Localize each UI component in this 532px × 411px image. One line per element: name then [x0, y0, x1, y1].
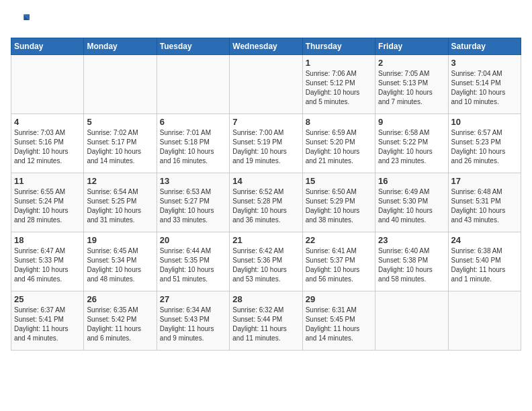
day-number: 15	[306, 176, 372, 186]
day-detail: Sunrise: 7:04 AM Sunset: 5:14 PM Dayligh…	[451, 69, 518, 107]
day-number: 8	[306, 117, 372, 127]
calendar-cell	[11, 55, 84, 114]
calendar-table: SundayMondayTuesdayWednesdayThursdayFrid…	[11, 38, 521, 351]
day-number: 14	[232, 176, 299, 186]
day-detail: Sunrise: 6:55 AM Sunset: 5:24 PM Dayligh…	[14, 187, 81, 225]
weekday-header-wednesday: Wednesday	[230, 38, 302, 55]
day-detail: Sunrise: 7:03 AM Sunset: 5:16 PM Dayligh…	[14, 128, 81, 166]
day-number: 16	[378, 176, 445, 186]
calendar-cell: 14Sunrise: 6:52 AM Sunset: 5:28 PM Dayli…	[230, 173, 302, 232]
day-detail: Sunrise: 6:53 AM Sunset: 5:27 PM Dayligh…	[160, 187, 226, 225]
day-detail: Sunrise: 7:06 AM Sunset: 5:12 PM Dayligh…	[306, 69, 372, 107]
calendar-cell	[157, 55, 229, 114]
calendar-cell	[375, 291, 448, 351]
week-row-2: 4Sunrise: 7:03 AM Sunset: 5:16 PM Daylig…	[11, 114, 521, 173]
day-detail: Sunrise: 6:42 AM Sunset: 5:36 PM Dayligh…	[232, 246, 299, 284]
day-detail: Sunrise: 6:50 AM Sunset: 5:29 PM Dayligh…	[306, 187, 372, 225]
day-number: 29	[306, 294, 372, 304]
week-row-4: 18Sunrise: 6:47 AM Sunset: 5:33 PM Dayli…	[11, 232, 521, 291]
day-number: 3	[451, 58, 518, 68]
calendar-cell: 5Sunrise: 7:02 AM Sunset: 5:17 PM Daylig…	[84, 114, 157, 173]
day-detail: Sunrise: 6:40 AM Sunset: 5:38 PM Dayligh…	[378, 246, 445, 284]
calendar-cell: 28Sunrise: 6:32 AM Sunset: 5:44 PM Dayli…	[230, 291, 302, 351]
day-number: 6	[160, 117, 226, 127]
day-number: 22	[306, 235, 372, 245]
calendar-cell: 7Sunrise: 7:00 AM Sunset: 5:19 PM Daylig…	[230, 114, 302, 173]
calendar-cell: 21Sunrise: 6:42 AM Sunset: 5:36 PM Dayli…	[230, 232, 302, 291]
day-number: 11	[14, 176, 81, 186]
day-number: 23	[378, 235, 445, 245]
day-number: 12	[87, 176, 153, 186]
day-number: 25	[14, 294, 81, 304]
day-detail: Sunrise: 6:59 AM Sunset: 5:20 PM Dayligh…	[306, 128, 372, 166]
calendar-cell: 24Sunrise: 6:38 AM Sunset: 5:40 PM Dayli…	[448, 232, 521, 291]
calendar-cell: 22Sunrise: 6:41 AM Sunset: 5:37 PM Dayli…	[302, 232, 375, 291]
day-detail: Sunrise: 6:38 AM Sunset: 5:40 PM Dayligh…	[451, 246, 518, 284]
calendar-cell	[84, 55, 157, 114]
day-number: 7	[232, 117, 299, 127]
weekday-header-tuesday: Tuesday	[157, 38, 229, 55]
calendar-cell: 17Sunrise: 6:48 AM Sunset: 5:31 PM Dayli…	[448, 173, 521, 232]
calendar-cell: 16Sunrise: 6:49 AM Sunset: 5:30 PM Dayli…	[375, 173, 448, 232]
calendar-cell: 20Sunrise: 6:44 AM Sunset: 5:35 PM Dayli…	[157, 232, 229, 291]
day-number: 26	[87, 294, 153, 304]
day-number: 2	[378, 58, 445, 68]
calendar-cell: 3Sunrise: 7:04 AM Sunset: 5:14 PM Daylig…	[448, 55, 521, 114]
day-number: 21	[232, 235, 299, 245]
day-detail: Sunrise: 6:49 AM Sunset: 5:30 PM Dayligh…	[378, 187, 445, 225]
calendar-cell: 10Sunrise: 6:57 AM Sunset: 5:23 PM Dayli…	[448, 114, 521, 173]
calendar-cell: 9Sunrise: 6:58 AM Sunset: 5:22 PM Daylig…	[375, 114, 448, 173]
calendar-cell: 11Sunrise: 6:55 AM Sunset: 5:24 PM Dayli…	[11, 173, 84, 232]
day-detail: Sunrise: 6:35 AM Sunset: 5:42 PM Dayligh…	[87, 306, 153, 343]
day-detail: Sunrise: 7:01 AM Sunset: 5:18 PM Dayligh…	[160, 128, 226, 166]
day-detail: Sunrise: 6:44 AM Sunset: 5:35 PM Dayligh…	[160, 246, 226, 284]
day-number: 4	[14, 117, 81, 127]
week-row-3: 11Sunrise: 6:55 AM Sunset: 5:24 PM Dayli…	[11, 173, 521, 232]
day-number: 20	[160, 235, 226, 245]
logo	[11, 11, 32, 30]
calendar-cell: 1Sunrise: 7:06 AM Sunset: 5:12 PM Daylig…	[302, 55, 375, 114]
calendar-cell: 8Sunrise: 6:59 AM Sunset: 5:20 PM Daylig…	[302, 114, 375, 173]
calendar-cell: 29Sunrise: 6:31 AM Sunset: 5:45 PM Dayli…	[302, 291, 375, 351]
weekday-header-saturday: Saturday	[448, 38, 521, 55]
day-number: 27	[160, 294, 226, 304]
day-number: 1	[306, 58, 372, 68]
calendar-cell: 15Sunrise: 6:50 AM Sunset: 5:29 PM Dayli…	[302, 173, 375, 232]
calendar-cell: 6Sunrise: 7:01 AM Sunset: 5:18 PM Daylig…	[157, 114, 229, 173]
week-row-5: 25Sunrise: 6:37 AM Sunset: 5:41 PM Dayli…	[11, 291, 521, 351]
weekday-header-row: SundayMondayTuesdayWednesdayThursdayFrid…	[11, 38, 521, 55]
day-detail: Sunrise: 6:48 AM Sunset: 5:31 PM Dayligh…	[451, 187, 518, 225]
calendar-cell	[230, 55, 302, 114]
day-detail: Sunrise: 7:05 AM Sunset: 5:13 PM Dayligh…	[378, 69, 445, 107]
day-detail: Sunrise: 6:32 AM Sunset: 5:44 PM Dayligh…	[232, 306, 299, 343]
day-number: 28	[232, 294, 299, 304]
day-number: 19	[87, 235, 153, 245]
day-detail: Sunrise: 6:58 AM Sunset: 5:22 PM Dayligh…	[378, 128, 445, 166]
calendar-cell: 27Sunrise: 6:34 AM Sunset: 5:43 PM Dayli…	[157, 291, 229, 351]
day-detail: Sunrise: 6:41 AM Sunset: 5:37 PM Dayligh…	[306, 246, 372, 284]
day-number: 5	[87, 117, 153, 127]
day-number: 10	[451, 117, 518, 127]
day-number: 9	[378, 117, 445, 127]
week-row-1: 1Sunrise: 7:06 AM Sunset: 5:12 PM Daylig…	[11, 55, 521, 114]
day-number: 17	[451, 176, 518, 186]
weekday-header-friday: Friday	[375, 38, 448, 55]
calendar-cell: 12Sunrise: 6:54 AM Sunset: 5:25 PM Dayli…	[84, 173, 157, 232]
weekday-header-sunday: Sunday	[11, 38, 84, 55]
calendar-cell: 18Sunrise: 6:47 AM Sunset: 5:33 PM Dayli…	[11, 232, 84, 291]
day-detail: Sunrise: 7:02 AM Sunset: 5:17 PM Dayligh…	[87, 128, 153, 166]
day-detail: Sunrise: 6:45 AM Sunset: 5:34 PM Dayligh…	[87, 246, 153, 284]
day-detail: Sunrise: 6:34 AM Sunset: 5:43 PM Dayligh…	[160, 306, 226, 343]
day-detail: Sunrise: 6:37 AM Sunset: 5:41 PM Dayligh…	[14, 306, 81, 343]
day-detail: Sunrise: 6:31 AM Sunset: 5:45 PM Dayligh…	[306, 306, 372, 343]
day-detail: Sunrise: 6:52 AM Sunset: 5:28 PM Dayligh…	[232, 187, 299, 225]
day-number: 24	[451, 235, 518, 245]
calendar-cell: 13Sunrise: 6:53 AM Sunset: 5:27 PM Dayli…	[157, 173, 229, 232]
day-detail: Sunrise: 6:54 AM Sunset: 5:25 PM Dayligh…	[87, 187, 153, 225]
day-detail: Sunrise: 6:57 AM Sunset: 5:23 PM Dayligh…	[451, 128, 518, 166]
weekday-header-monday: Monday	[84, 38, 157, 55]
calendar-cell: 23Sunrise: 6:40 AM Sunset: 5:38 PM Dayli…	[375, 232, 448, 291]
calendar-cell: 26Sunrise: 6:35 AM Sunset: 5:42 PM Dayli…	[84, 291, 157, 351]
calendar-cell: 25Sunrise: 6:37 AM Sunset: 5:41 PM Dayli…	[11, 291, 84, 351]
calendar-cell: 4Sunrise: 7:03 AM Sunset: 5:16 PM Daylig…	[11, 114, 84, 173]
